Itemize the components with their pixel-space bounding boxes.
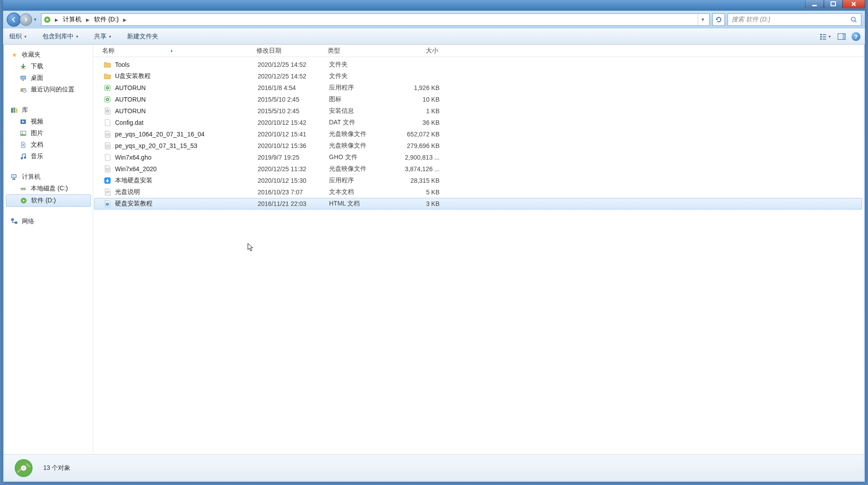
svg-point-53 [107, 146, 108, 147]
maximize-button[interactable] [824, 0, 843, 8]
search-input[interactable]: 搜索 软件 (D:) [728, 13, 861, 26]
svg-point-4 [852, 17, 856, 21]
file-row[interactable]: pe_yqs_1064_20_07_31_16_042020/10/12 15:… [94, 128, 862, 140]
file-size: 2,900,813 ... [399, 154, 443, 161]
file-size: 1 KB [399, 107, 443, 115]
preview-pane-button[interactable] [835, 31, 848, 42]
breadcrumb-arrow-icon[interactable]: ▶ [84, 17, 91, 22]
refresh-button[interactable] [712, 13, 725, 26]
svg-point-51 [107, 134, 108, 135]
sidebar-videos[interactable]: 视频 [4, 116, 93, 127]
file-row[interactable]: Win7x64_20202020/12/25 11:32光盘映像文件3,874,… [94, 163, 862, 175]
file-name: AUTORUN [115, 96, 146, 103]
svg-line-5 [855, 21, 857, 23]
sidebar-music[interactable]: 音乐 [4, 151, 93, 162]
organize-menu[interactable]: 组织▼ [8, 31, 29, 42]
sidebar-computer[interactable]: 计算机 [4, 171, 93, 183]
video-icon [19, 118, 27, 126]
file-row[interactable]: AUTORUN2016/1/8 4:54应用程序1,926 KB [94, 82, 862, 94]
file-name: 本地硬盘安装 [115, 177, 152, 185]
sidebar-downloads[interactable]: 下载 [4, 61, 93, 72]
sidebar-recent[interactable]: 最近访问的位置 [4, 84, 93, 95]
file-row[interactable]: 硬盘安装教程2016/11/21 22:03HTML 文档3 KB [94, 198, 862, 210]
share-menu[interactable]: 共享▼ [92, 31, 114, 42]
include-in-library-menu[interactable]: 包含到库中▼ [41, 31, 81, 42]
sidebar-desktop[interactable]: 桌面 [4, 72, 93, 84]
column-type[interactable]: 类型 [328, 47, 397, 55]
document-icon [19, 141, 27, 149]
file-iso-icon [103, 142, 111, 150]
drive-icon [43, 16, 51, 24]
file-name: Win7x64.gho [115, 154, 152, 161]
forward-button[interactable] [20, 13, 32, 26]
file-name: AUTORUN [115, 84, 146, 91]
sidebar-favorites[interactable]: ★ 收藏夹 [4, 49, 93, 61]
breadcrumb-arrow-icon[interactable]: ▶ [53, 17, 60, 22]
file-name: pe_yqs_xp_20_07_31_15_53 [115, 142, 197, 149]
view-mode-button[interactable]: ▼ [819, 31, 832, 42]
minimize-button[interactable] [805, 0, 824, 8]
sidebar-pictures[interactable]: 图片 [4, 127, 93, 139]
breadcrumb-computer[interactable]: 计算机 [62, 16, 82, 24]
close-button[interactable] [843, 0, 865, 8]
file-row[interactable]: Win7x64.gho2019/9/7 19:25GHO 文件2,900,813… [94, 152, 862, 163]
file-folder-icon [103, 61, 111, 69]
breadcrumb-arrow-icon[interactable]: ▶ [121, 17, 128, 22]
file-row[interactable]: AUTORUN2015/5/10 2:45安装信息1 KB [94, 105, 862, 117]
file-name: Tools [115, 61, 130, 68]
file-blue-icon [103, 177, 111, 185]
file-name: 光盘说明 [115, 188, 140, 196]
file-row[interactable]: 本地硬盘安装2020/10/12 15:30应用程序28,315 KB [94, 175, 862, 186]
column-date[interactable]: 修改日期 [256, 47, 328, 55]
file-name-cell: U盘安装教程 [103, 72, 258, 80]
back-arrow-icon [11, 16, 17, 23]
svg-rect-37 [21, 188, 25, 189]
address-bar[interactable]: ▶ 计算机 ▶ 软件 (D:) ▶ ▼ [41, 13, 710, 26]
computer-icon [10, 173, 18, 181]
file-row[interactable]: AUTORUN2015/5/10 2:45图标10 KB [94, 94, 862, 105]
file-row[interactable]: Config.dat2020/10/12 15:42DAT 文件36 KB [94, 117, 862, 128]
svg-rect-0 [812, 5, 817, 6]
file-row[interactable]: Tools2020/12/25 14:52文件夹 [94, 59, 862, 70]
file-list-area: 名称 ▲ 修改日期 类型 大小 Tools2020/12/25 14:52文件夹… [93, 45, 864, 454]
sidebar-network[interactable]: 网络 [4, 216, 93, 227]
nav-history-dropdown[interactable]: ▼ [32, 15, 38, 24]
file-row[interactable]: 光盘说明2016/10/23 7:07文本文档5 KB [94, 186, 862, 198]
back-button[interactable] [7, 12, 21, 27]
file-type: 光盘映像文件 [329, 130, 399, 138]
column-size[interactable]: 大小 [397, 47, 442, 55]
file-row[interactable]: pe_yqs_xp_20_07_31_15_532020/10/12 15:36… [94, 140, 862, 152]
minimize-icon [812, 1, 817, 7]
search-placeholder: 搜索 软件 (D:) [732, 16, 770, 24]
sidebar-libraries[interactable]: 库 [4, 104, 93, 116]
chevron-down-icon: ▼ [108, 35, 112, 39]
file-inf-icon [103, 107, 111, 115]
help-button[interactable]: ? [852, 32, 860, 41]
file-name: Config.dat [115, 119, 144, 126]
sidebar-drive-d[interactable]: 软件 (D:) [6, 194, 91, 207]
file-name: AUTORUN [115, 107, 146, 115]
svg-rect-8 [820, 36, 822, 37]
titlebar [3, 0, 865, 11]
new-folder-button[interactable]: 新建文件夹 [125, 31, 160, 42]
file-list[interactable]: Tools2020/12/25 14:52文件夹U盘安装教程2020/12/25… [93, 57, 864, 454]
sidebar-documents[interactable]: 文档 [4, 139, 93, 151]
column-name[interactable]: 名称 ▲ [102, 47, 256, 55]
file-row[interactable]: U盘安装教程2020/12/25 14:52文件夹 [94, 70, 862, 82]
sidebar-drive-c[interactable]: 本地磁盘 (C:) [4, 183, 93, 194]
file-size: 10 KB [399, 96, 443, 103]
svg-point-3 [46, 19, 49, 21]
navbar: ▼ ▶ 计算机 ▶ 软件 (D:) ▶ ▼ 搜索 软件 (D:) [3, 11, 865, 29]
navigation-pane: ★ 收藏夹 下载 桌面 [4, 45, 93, 454]
file-type: 光盘映像文件 [329, 142, 399, 150]
svg-rect-14 [21, 68, 25, 69]
svg-rect-41 [11, 218, 14, 221]
file-name-cell: pe_yqs_1064_20_07_31_16_04 [103, 130, 258, 138]
address-dropdown[interactable]: ▼ [698, 14, 708, 25]
star-icon: ★ [10, 51, 18, 59]
file-name-cell: AUTORUN [103, 84, 258, 92]
svg-rect-13 [843, 34, 846, 39]
refresh-icon [715, 16, 722, 23]
breadcrumb-drive[interactable]: 软件 (D:) [93, 16, 119, 24]
svg-point-48 [107, 99, 108, 100]
